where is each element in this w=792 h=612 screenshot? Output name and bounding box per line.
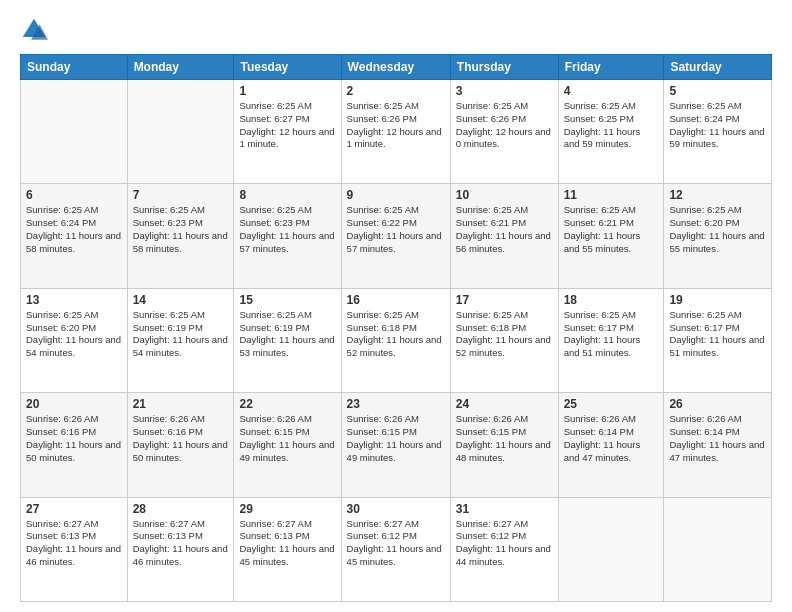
calendar-cell: 28Sunrise: 6:27 AM Sunset: 6:13 PM Dayli…: [127, 497, 234, 601]
weekday-header-wednesday: Wednesday: [341, 55, 450, 80]
calendar-table: SundayMondayTuesdayWednesdayThursdayFrid…: [20, 54, 772, 602]
calendar-body: 1Sunrise: 6:25 AM Sunset: 6:27 PM Daylig…: [21, 80, 772, 602]
calendar-cell: 29Sunrise: 6:27 AM Sunset: 6:13 PM Dayli…: [234, 497, 341, 601]
calendar-cell: 1Sunrise: 6:25 AM Sunset: 6:27 PM Daylig…: [234, 80, 341, 184]
header: [20, 16, 772, 44]
calendar-cell: [127, 80, 234, 184]
weekday-header-friday: Friday: [558, 55, 664, 80]
day-info: Sunrise: 6:25 AM Sunset: 6:20 PM Dayligh…: [669, 204, 766, 255]
logo: [20, 16, 52, 44]
day-number: 16: [347, 293, 445, 307]
day-number: 4: [564, 84, 659, 98]
calendar-cell: 5Sunrise: 6:25 AM Sunset: 6:24 PM Daylig…: [664, 80, 772, 184]
day-info: Sunrise: 6:26 AM Sunset: 6:16 PM Dayligh…: [133, 413, 229, 464]
day-number: 25: [564, 397, 659, 411]
calendar-cell: 8Sunrise: 6:25 AM Sunset: 6:23 PM Daylig…: [234, 184, 341, 288]
calendar-cell: 2Sunrise: 6:25 AM Sunset: 6:26 PM Daylig…: [341, 80, 450, 184]
weekday-header-row: SundayMondayTuesdayWednesdayThursdayFrid…: [21, 55, 772, 80]
day-number: 13: [26, 293, 122, 307]
day-number: 20: [26, 397, 122, 411]
day-info: Sunrise: 6:25 AM Sunset: 6:23 PM Dayligh…: [133, 204, 229, 255]
day-number: 7: [133, 188, 229, 202]
day-number: 1: [239, 84, 335, 98]
day-info: Sunrise: 6:25 AM Sunset: 6:26 PM Dayligh…: [456, 100, 553, 151]
day-info: Sunrise: 6:26 AM Sunset: 6:15 PM Dayligh…: [456, 413, 553, 464]
day-number: 21: [133, 397, 229, 411]
day-info: Sunrise: 6:27 AM Sunset: 6:13 PM Dayligh…: [239, 518, 335, 569]
day-number: 19: [669, 293, 766, 307]
day-info: Sunrise: 6:25 AM Sunset: 6:19 PM Dayligh…: [133, 309, 229, 360]
day-info: Sunrise: 6:25 AM Sunset: 6:26 PM Dayligh…: [347, 100, 445, 151]
day-number: 28: [133, 502, 229, 516]
calendar-cell: 16Sunrise: 6:25 AM Sunset: 6:18 PM Dayli…: [341, 288, 450, 392]
day-number: 2: [347, 84, 445, 98]
day-info: Sunrise: 6:26 AM Sunset: 6:14 PM Dayligh…: [669, 413, 766, 464]
day-number: 5: [669, 84, 766, 98]
calendar-cell: 10Sunrise: 6:25 AM Sunset: 6:21 PM Dayli…: [450, 184, 558, 288]
day-info: Sunrise: 6:25 AM Sunset: 6:24 PM Dayligh…: [669, 100, 766, 151]
day-number: 3: [456, 84, 553, 98]
week-row-1: 1Sunrise: 6:25 AM Sunset: 6:27 PM Daylig…: [21, 80, 772, 184]
day-info: Sunrise: 6:27 AM Sunset: 6:12 PM Dayligh…: [347, 518, 445, 569]
calendar-cell: 23Sunrise: 6:26 AM Sunset: 6:15 PM Dayli…: [341, 393, 450, 497]
day-info: Sunrise: 6:25 AM Sunset: 6:20 PM Dayligh…: [26, 309, 122, 360]
day-number: 30: [347, 502, 445, 516]
calendar-cell: [21, 80, 128, 184]
day-info: Sunrise: 6:27 AM Sunset: 6:12 PM Dayligh…: [456, 518, 553, 569]
day-info: Sunrise: 6:25 AM Sunset: 6:21 PM Dayligh…: [456, 204, 553, 255]
day-info: Sunrise: 6:25 AM Sunset: 6:17 PM Dayligh…: [564, 309, 659, 360]
calendar-cell: 26Sunrise: 6:26 AM Sunset: 6:14 PM Dayli…: [664, 393, 772, 497]
calendar-cell: 25Sunrise: 6:26 AM Sunset: 6:14 PM Dayli…: [558, 393, 664, 497]
day-number: 9: [347, 188, 445, 202]
day-info: Sunrise: 6:26 AM Sunset: 6:14 PM Dayligh…: [564, 413, 659, 464]
calendar-header: SundayMondayTuesdayWednesdayThursdayFrid…: [21, 55, 772, 80]
day-number: 26: [669, 397, 766, 411]
day-number: 10: [456, 188, 553, 202]
day-info: Sunrise: 6:27 AM Sunset: 6:13 PM Dayligh…: [26, 518, 122, 569]
day-number: 14: [133, 293, 229, 307]
day-info: Sunrise: 6:25 AM Sunset: 6:23 PM Dayligh…: [239, 204, 335, 255]
calendar-cell: 7Sunrise: 6:25 AM Sunset: 6:23 PM Daylig…: [127, 184, 234, 288]
calendar-cell: 18Sunrise: 6:25 AM Sunset: 6:17 PM Dayli…: [558, 288, 664, 392]
day-info: Sunrise: 6:25 AM Sunset: 6:18 PM Dayligh…: [456, 309, 553, 360]
calendar-cell: 22Sunrise: 6:26 AM Sunset: 6:15 PM Dayli…: [234, 393, 341, 497]
calendar-cell: 30Sunrise: 6:27 AM Sunset: 6:12 PM Dayli…: [341, 497, 450, 601]
day-number: 17: [456, 293, 553, 307]
calendar-cell: 9Sunrise: 6:25 AM Sunset: 6:22 PM Daylig…: [341, 184, 450, 288]
day-info: Sunrise: 6:25 AM Sunset: 6:24 PM Dayligh…: [26, 204, 122, 255]
calendar-cell: 27Sunrise: 6:27 AM Sunset: 6:13 PM Dayli…: [21, 497, 128, 601]
day-number: 27: [26, 502, 122, 516]
day-info: Sunrise: 6:25 AM Sunset: 6:27 PM Dayligh…: [239, 100, 335, 151]
day-number: 29: [239, 502, 335, 516]
day-info: Sunrise: 6:25 AM Sunset: 6:22 PM Dayligh…: [347, 204, 445, 255]
calendar-cell: 13Sunrise: 6:25 AM Sunset: 6:20 PM Dayli…: [21, 288, 128, 392]
calendar-cell: 19Sunrise: 6:25 AM Sunset: 6:17 PM Dayli…: [664, 288, 772, 392]
day-info: Sunrise: 6:27 AM Sunset: 6:13 PM Dayligh…: [133, 518, 229, 569]
day-number: 18: [564, 293, 659, 307]
day-info: Sunrise: 6:25 AM Sunset: 6:21 PM Dayligh…: [564, 204, 659, 255]
day-info: Sunrise: 6:26 AM Sunset: 6:16 PM Dayligh…: [26, 413, 122, 464]
day-info: Sunrise: 6:25 AM Sunset: 6:17 PM Dayligh…: [669, 309, 766, 360]
page: SundayMondayTuesdayWednesdayThursdayFrid…: [0, 0, 792, 612]
calendar-cell: [664, 497, 772, 601]
day-number: 6: [26, 188, 122, 202]
day-info: Sunrise: 6:25 AM Sunset: 6:18 PM Dayligh…: [347, 309, 445, 360]
day-number: 11: [564, 188, 659, 202]
calendar-cell: 12Sunrise: 6:25 AM Sunset: 6:20 PM Dayli…: [664, 184, 772, 288]
calendar-cell: 21Sunrise: 6:26 AM Sunset: 6:16 PM Dayli…: [127, 393, 234, 497]
calendar-cell: 20Sunrise: 6:26 AM Sunset: 6:16 PM Dayli…: [21, 393, 128, 497]
weekday-header-saturday: Saturday: [664, 55, 772, 80]
calendar-cell: 15Sunrise: 6:25 AM Sunset: 6:19 PM Dayli…: [234, 288, 341, 392]
calendar-cell: 4Sunrise: 6:25 AM Sunset: 6:25 PM Daylig…: [558, 80, 664, 184]
calendar-cell: 31Sunrise: 6:27 AM Sunset: 6:12 PM Dayli…: [450, 497, 558, 601]
day-number: 23: [347, 397, 445, 411]
weekday-header-tuesday: Tuesday: [234, 55, 341, 80]
calendar-cell: 6Sunrise: 6:25 AM Sunset: 6:24 PM Daylig…: [21, 184, 128, 288]
day-number: 31: [456, 502, 553, 516]
day-info: Sunrise: 6:25 AM Sunset: 6:25 PM Dayligh…: [564, 100, 659, 151]
weekday-header-sunday: Sunday: [21, 55, 128, 80]
weekday-header-monday: Monday: [127, 55, 234, 80]
week-row-3: 13Sunrise: 6:25 AM Sunset: 6:20 PM Dayli…: [21, 288, 772, 392]
calendar-cell: 14Sunrise: 6:25 AM Sunset: 6:19 PM Dayli…: [127, 288, 234, 392]
calendar-cell: 24Sunrise: 6:26 AM Sunset: 6:15 PM Dayli…: [450, 393, 558, 497]
